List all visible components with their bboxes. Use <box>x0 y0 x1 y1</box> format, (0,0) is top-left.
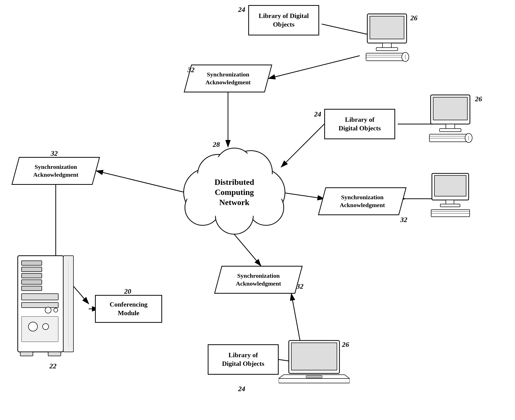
library-box-right: Library ofDigital Objects <box>324 109 395 139</box>
svg-rect-44 <box>279 378 350 383</box>
svg-point-57 <box>28 322 37 331</box>
ref-24-bottom: 24 <box>238 385 245 393</box>
ref-26-right-upper: 26 <box>475 95 482 103</box>
ref-28: 28 <box>213 141 220 149</box>
diagram-container: Distributed Computing Network Library of… <box>0 0 515 420</box>
library-box-top: Library of Digital Objects <box>248 5 319 35</box>
sync-left-label: SynchronizationAcknowledgment <box>33 164 79 178</box>
svg-rect-28 <box>440 129 461 132</box>
svg-point-78 <box>187 192 218 223</box>
ref-24-right: 24 <box>314 110 321 118</box>
svg-line-3 <box>269 56 360 78</box>
ref-24-top: 24 <box>238 6 245 14</box>
ref-32-bottom: 32 <box>296 282 303 290</box>
ref-32-left: 32 <box>51 149 58 157</box>
svg-point-55 <box>54 308 58 312</box>
conferencing-label: ConferencingModule <box>110 300 148 317</box>
svg-rect-49 <box>22 273 42 278</box>
svg-rect-26 <box>433 97 467 120</box>
library-bottom-label: Library ofDigital Objects <box>222 351 264 368</box>
sync-top-label: SynchronizationAcknowledgment <box>205 71 251 86</box>
svg-rect-17 <box>370 16 404 39</box>
computer-right-upper <box>426 94 476 150</box>
sync-ack-right: SynchronizationAcknowledgment <box>318 187 406 215</box>
laptop-bottom <box>279 339 350 391</box>
svg-rect-59 <box>20 352 33 356</box>
sync-ack-top: SynchronizationAcknowledgment <box>184 65 272 92</box>
svg-rect-37 <box>440 204 460 207</box>
svg-rect-19 <box>376 48 398 51</box>
svg-rect-52 <box>22 294 58 300</box>
sync-ack-bottom: SynchronizationAcknowledgment <box>214 266 302 294</box>
cloud-network: Distributed Computing Network <box>167 137 301 244</box>
sync-bottom-label: SynchronizationAcknowledgment <box>236 272 281 287</box>
svg-rect-56 <box>22 316 58 342</box>
svg-rect-51 <box>22 286 42 291</box>
ref-32-right: 32 <box>400 216 407 224</box>
svg-rect-38 <box>431 210 470 217</box>
svg-rect-50 <box>22 280 42 284</box>
ref-26-bottom: 26 <box>342 341 349 349</box>
svg-rect-35 <box>434 175 466 196</box>
ref-22: 22 <box>49 362 56 370</box>
svg-rect-45 <box>306 375 322 378</box>
computer-top <box>362 13 413 69</box>
svg-rect-60 <box>48 352 61 356</box>
sync-right-label: SynchronizationAcknowledgment <box>340 194 385 208</box>
svg-point-58 <box>43 324 49 330</box>
computer-right-lower <box>428 172 474 224</box>
conferencing-module-box: ConferencingModule <box>95 295 162 323</box>
svg-rect-53 <box>22 303 58 308</box>
server-tower <box>13 253 79 361</box>
svg-text:Network: Network <box>219 198 249 207</box>
ref-26-top: 26 <box>410 14 417 22</box>
ref-32-top: 32 <box>187 66 195 74</box>
library-box-bottom: Library ofDigital Objects <box>208 344 279 375</box>
library-top-label: Library of Digital Objects <box>251 12 316 29</box>
svg-point-79 <box>251 192 281 223</box>
svg-rect-42 <box>291 343 337 370</box>
svg-text:Distributed: Distributed <box>215 177 254 187</box>
svg-point-54 <box>45 307 51 313</box>
ref-20: 20 <box>124 287 131 295</box>
svg-text:Computing: Computing <box>215 188 254 197</box>
svg-rect-48 <box>22 267 42 272</box>
sync-ack-left: SynchronizationAcknowledgment <box>11 157 100 185</box>
svg-rect-47 <box>22 261 42 265</box>
library-right-label: Library ofDigital Objects <box>339 115 381 133</box>
